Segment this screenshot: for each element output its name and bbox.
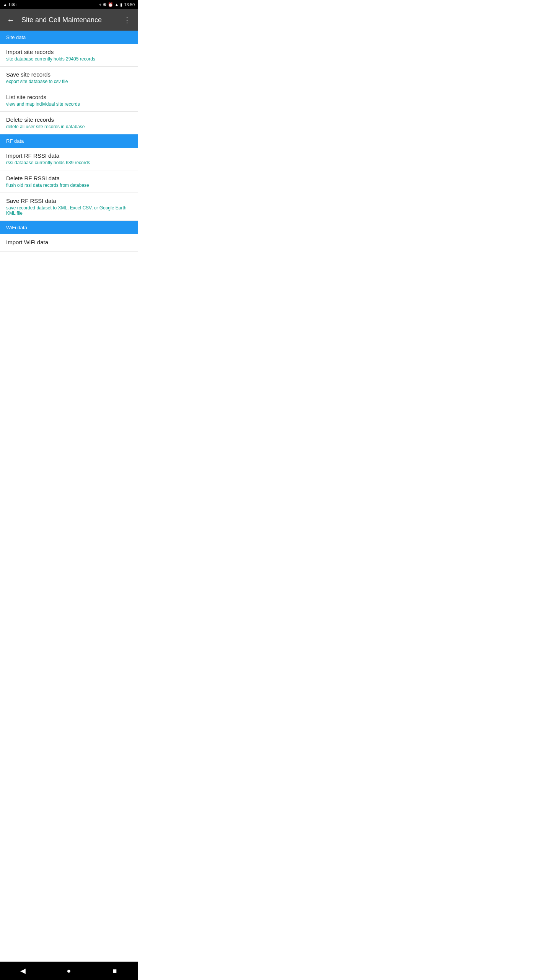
overflow-menu-button[interactable]: ⋮ [119,12,135,28]
delete-site-records-item[interactable]: Delete site records delete all user site… [0,112,138,134]
wifi-icon: ▲ [115,2,119,7]
mail-icon: ✉ [11,2,15,7]
import-rf-rssi-data-item[interactable]: Import RF RSSI data rssi database curren… [0,148,138,170]
section-header-rf-data: RF data [0,134,138,148]
delete-site-records-title: Delete site records [6,116,132,123]
twitter-icon: t [16,2,18,7]
bluetooth-icon: ❋ [103,2,106,7]
back-arrow-icon: ← [7,16,15,24]
delete-rf-rssi-data-title: Delete RF RSSI data [6,175,132,181]
page-title: Site and Cell Maintenance [21,16,119,24]
section-header-site-data: Site data [0,31,138,44]
import-site-records-item[interactable]: Import site records site database curren… [0,44,138,67]
app-bar: ← Site and Cell Maintenance ⋮ [0,9,138,31]
list-site-records-title: List site records [6,94,132,100]
import-wifi-data-item[interactable]: Import WiFi data [0,234,138,252]
save-rf-rssi-data-item[interactable]: Save RF RSSI data save recorded dataset … [0,193,138,221]
status-bar: ▲ f ✉ t ⌖ ❋ ⏰ ▲ ▮ 13:50 [0,0,138,9]
delete-site-records-subtitle: delete all user site records in database [6,124,132,129]
save-site-records-subtitle: export site database to csv file [6,79,132,84]
section-header-wifi-data: WiFi data [0,221,138,234]
signal-icon: ▲ [3,2,7,7]
time: 13:50 [124,2,135,7]
save-rf-rssi-data-subtitle: save recorded dataset to XML, Excel CSV,… [6,205,132,216]
back-button[interactable]: ← [3,12,18,28]
save-rf-rssi-data-title: Save RF RSSI data [6,198,132,204]
delete-rf-rssi-data-item[interactable]: Delete RF RSSI data flush old rssi data … [0,170,138,193]
import-wifi-data-title: Import WiFi data [6,239,132,245]
more-options-icon: ⋮ [123,15,131,24]
location-icon: ⌖ [99,2,101,7]
facebook-icon: f [9,2,10,7]
battery-icon: ▮ [120,2,122,7]
import-rf-rssi-data-subtitle: rssi database currently holds 639 record… [6,160,132,165]
list-site-records-subtitle: view and map individual site records [6,101,132,107]
status-bar-right: ⌖ ❋ ⏰ ▲ ▮ 13:50 [99,2,135,7]
content-area: Site data Import site records site datab… [0,31,138,270]
import-site-records-subtitle: site database currently holds 29405 reco… [6,56,132,62]
import-rf-rssi-data-title: Import RF RSSI data [6,152,132,159]
save-site-records-item[interactable]: Save site records export site database t… [0,67,138,89]
status-bar-left: ▲ f ✉ t [3,2,18,7]
save-site-records-title: Save site records [6,71,132,78]
import-site-records-title: Import site records [6,49,132,55]
alarm-icon: ⏰ [108,2,113,7]
list-site-records-item[interactable]: List site records view and map individua… [0,89,138,112]
delete-rf-rssi-data-subtitle: flush old rssi data records from databas… [6,183,132,188]
